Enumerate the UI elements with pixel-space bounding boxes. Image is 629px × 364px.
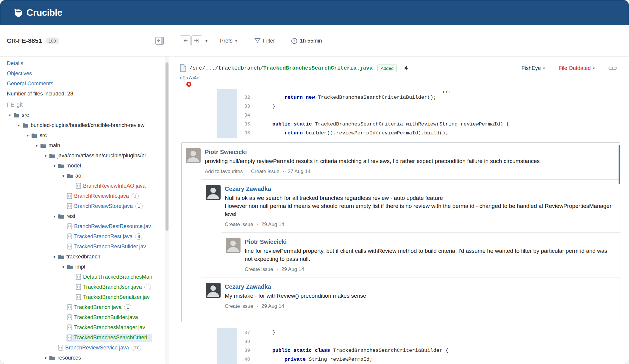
- tree-folder[interactable]: ▾ao: [7, 171, 165, 181]
- tree-item-content: BranchReviewStore.java1: [66, 202, 145, 210]
- tree-item-label: rest: [66, 213, 75, 219]
- caret-down-icon[interactable]: ▾: [34, 143, 40, 148]
- avatar[interactable]: [206, 185, 221, 200]
- caret-down-icon[interactable]: ▾: [7, 113, 13, 117]
- tree-file[interactable]: TrackedBranchSerializer.jav: [7, 292, 165, 302]
- brand-name: Crucible: [26, 7, 62, 18]
- tree-folder[interactable]: ▾resources: [7, 353, 165, 363]
- revision-gutter: [217, 89, 237, 93]
- sidebar-link-objectives[interactable]: Objectives: [7, 68, 165, 79]
- code-line[interactable]: 36 return builder().reviewPermaId(review…: [176, 129, 629, 138]
- comment-author[interactable]: Cezary Zawadka: [225, 186, 614, 192]
- tree-folder[interactable]: ▾model: [7, 161, 165, 171]
- code-line[interactable]: 38: [176, 337, 629, 346]
- tree-folder[interactable]: ▾java/com/atlassian/crucible/plugins/br: [7, 150, 165, 161]
- sidebar-link-details[interactable]: Details: [7, 58, 165, 68]
- caret-down-icon[interactable]: ▾: [51, 214, 57, 219]
- tree-file[interactable]: TrackedBranchRest.java8: [7, 231, 165, 241]
- tree-item-label: TrackedBranch.java: [74, 304, 121, 310]
- tree-item-content: BranchReviewInfo.java1: [66, 192, 141, 200]
- link-icon[interactable]: [608, 66, 617, 71]
- tree-item-label: BranchReviewService.java: [65, 345, 129, 351]
- file-outdated-dropdown[interactable]: File Outdated ▾: [558, 65, 595, 71]
- revision-link[interactable]: e0a7a4c: [180, 75, 199, 81]
- comment-action-add-to-favourites[interactable]: Add to favourites: [205, 169, 243, 175]
- fisheye-dropdown[interactable]: FishEye ▾: [522, 65, 545, 71]
- tree-file[interactable]: BranchReviewRestResource.jav: [7, 221, 165, 231]
- scrollbar-thumb[interactable]: [166, 62, 168, 231]
- code-line[interactable]: 37 }: [176, 328, 629, 337]
- avatar[interactable]: [226, 238, 241, 253]
- tree-file[interactable]: TrackedBranchesManager.jav: [7, 322, 165, 332]
- avatar[interactable]: [186, 148, 201, 163]
- tree-folder[interactable]: ▾impl: [7, 262, 165, 272]
- caret-down-icon[interactable]: ▾: [60, 174, 66, 178]
- gutter: [176, 337, 217, 346]
- comment-action-create-issue[interactable]: Create issue: [225, 303, 253, 309]
- tree-folder[interactable]: ▾rest: [7, 211, 165, 221]
- tree-file[interactable]: DefaultTrackedBranchesMan: [7, 272, 165, 282]
- file-icon: [58, 345, 63, 351]
- code-line[interactable]: 33 }: [176, 102, 629, 111]
- tree-file[interactable]: TrackedBranchBuilder.java: [7, 312, 165, 322]
- filter-button[interactable]: Filter: [255, 38, 275, 44]
- tree-file[interactable]: TrackedBranchRestBuilder.jav: [7, 241, 165, 252]
- tree-item-content: TrackedBranchesManager.jav: [66, 324, 150, 332]
- sidebar-scrollbar[interactable]: [165, 57, 169, 364]
- comment-action-create-issue[interactable]: Create issue: [251, 169, 279, 175]
- code-line[interactable]: 40 private String reviewPermaId;: [176, 355, 629, 364]
- tree-item-label: TrackedBranchesManager.jav: [74, 324, 145, 331]
- code-line[interactable]: 39 public static class TrackedBranchesSe…: [176, 346, 629, 355]
- gutter: [176, 93, 217, 102]
- tree-file[interactable]: [7, 363, 165, 364]
- file-nav-dropdown-caret[interactable]: ▾: [205, 38, 207, 43]
- comment-author[interactable]: Piotr Swiecicki: [245, 239, 614, 245]
- code-line[interactable]: 34: [176, 111, 629, 120]
- file-outdated-label: File Outdated: [558, 65, 591, 71]
- caret-down-icon[interactable]: ▾: [16, 123, 22, 128]
- file-icon: [76, 183, 81, 189]
- caret-down-icon[interactable]: ▾: [51, 255, 57, 259]
- tree-file[interactable]: TrackedBranchJson.java: [7, 282, 165, 292]
- avatar[interactable]: [206, 283, 221, 298]
- annotation-circle: [186, 82, 191, 87]
- caret-down-icon[interactable]: ▾: [51, 164, 57, 168]
- file-icon: [180, 64, 186, 72]
- tree-folder[interactable]: ▾bundled-plugins/bundled/crucible-branch…: [7, 120, 165, 130]
- caret-down-icon[interactable]: ▾: [43, 356, 49, 360]
- caret-down-icon[interactable]: ▾: [60, 265, 66, 269]
- tree-folder[interactable]: ▾main: [7, 140, 165, 150]
- tree-folder[interactable]: ▾src: [7, 130, 165, 140]
- sidebar-links: DetailsObjectivesGeneral Comments: [7, 58, 165, 89]
- tree-folder[interactable]: ▾trackedbranch: [7, 252, 165, 262]
- previous-file-button[interactable]: [180, 35, 191, 46]
- tree-item-label: trackedbranch: [66, 254, 100, 260]
- caret-down-icon[interactable]: ▾: [25, 133, 31, 138]
- tree-item-content: resources: [49, 354, 86, 362]
- comment-author[interactable]: Cezary Zawadka: [225, 283, 614, 290]
- sidebar-link-general-comments[interactable]: General Comments: [7, 79, 165, 89]
- collapse-panel-button[interactable]: [155, 37, 164, 45]
- caret-down-icon[interactable]: ▾: [43, 153, 49, 158]
- comment-action-create-issue[interactable]: Create issue: [225, 222, 253, 228]
- code-line[interactable]: 32 return new TrackedBranchesSearchCrite…: [176, 93, 629, 102]
- brand[interactable]: Crucible: [12, 0, 62, 25]
- tree-folder[interactable]: ▾src: [7, 110, 165, 120]
- tree-file[interactable]: TrackedBranchesSearchCriteri: [7, 332, 165, 343]
- time-spent-indicator[interactable]: 1h 55min: [291, 38, 322, 44]
- comment-author[interactable]: Piotr Swiecicki: [205, 149, 614, 156]
- tree-file[interactable]: BranchReviewInfo.java1: [7, 191, 165, 201]
- comment-action-create-issue[interactable]: Create issue: [245, 266, 273, 272]
- next-file-button[interactable]: [191, 35, 202, 46]
- file-icon: [67, 314, 72, 320]
- tree-file[interactable]: BranchReviewInfoAO.java: [7, 181, 165, 191]
- folder-icon: [58, 163, 64, 168]
- tree-file[interactable]: BranchReviewStore.java1: [7, 201, 165, 211]
- prefs-dropdown[interactable]: Prefs ▾: [220, 38, 237, 44]
- tree-item-content: TrackedBranchJson.java: [75, 283, 153, 291]
- tree-file[interactable]: BranchReviewService.java17: [7, 343, 165, 353]
- code-line[interactable]: 35 public static TrackedBranchesSearchCr…: [176, 120, 629, 129]
- comment-count-badge: 1: [124, 304, 131, 310]
- tree-file[interactable]: TrackedBranch.java1: [7, 302, 165, 312]
- tree-item-content: TrackedBranchRest.java8: [66, 233, 145, 241]
